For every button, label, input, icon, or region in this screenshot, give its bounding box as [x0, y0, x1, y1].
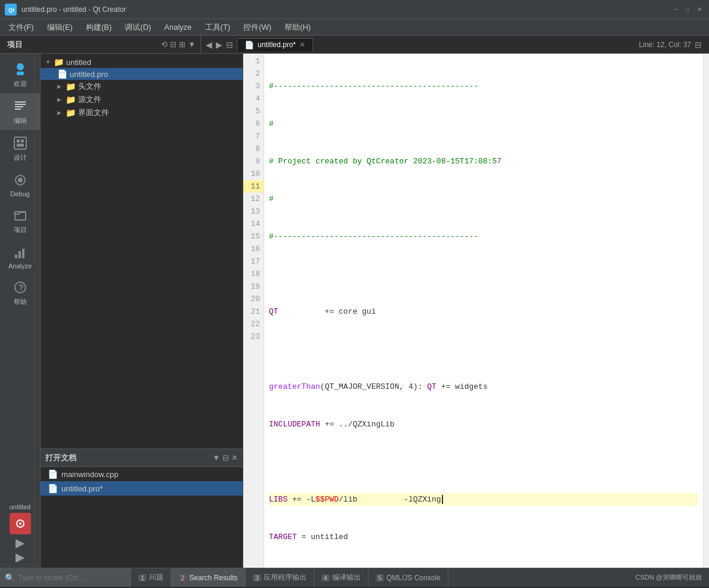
- help-label: 帮助: [14, 298, 27, 307]
- tree-pro-icon: 📄: [57, 69, 67, 79]
- bottom-tab-qml[interactable]: 5 QML/JS Console: [369, 568, 448, 587]
- menu-file[interactable]: 文件(F): [2, 20, 40, 35]
- sidebar-item-analyze[interactable]: Analyze: [0, 239, 41, 274]
- close-button[interactable]: ✕: [695, 5, 704, 14]
- code-line-1: #---------------------------------------…: [269, 80, 698, 92]
- window-controls[interactable]: ─ □ ✕: [671, 5, 704, 14]
- nav-back-icon[interactable]: ◀: [206, 40, 212, 49]
- code-content[interactable]: #---------------------------------------…: [264, 54, 703, 568]
- doc-item-mainwindow[interactable]: 📄 mainwindow.cpp: [41, 467, 243, 481]
- ln-14: 14: [243, 218, 264, 230]
- ln-7: 7: [243, 130, 264, 143]
- debug-run-icon[interactable]: [10, 513, 31, 534]
- menu-analyze[interactable]: Analyze: [158, 20, 197, 34]
- doc-icon-pro: 📄: [48, 484, 58, 493]
- open-docs-split-icon[interactable]: ⊟: [222, 453, 229, 462]
- svg-rect-16: [18, 251, 21, 258]
- issues-tab-label: 问题: [149, 572, 163, 583]
- project-filter-icon[interactable]: ▼: [188, 40, 196, 49]
- menu-bar: 文件(F) 编辑(E) 构建(B) 调试(D) Analyze 工具(T) 控件…: [0, 19, 709, 36]
- doc-label-pro: untitled.pro*: [61, 484, 103, 493]
- project-icon: [12, 207, 29, 224]
- menu-widgets[interactable]: 控件(W): [237, 20, 277, 35]
- tree-item-forms[interactable]: ▶ 📁 界面文件: [41, 106, 243, 119]
- tree-sources-icon: 📁: [66, 95, 76, 104]
- tree-item-pro[interactable]: 📄 untitled.pro: [41, 68, 243, 80]
- code-line-9: greaterThan(QT_MAJOR_VERSION, 4): QT += …: [269, 380, 698, 393]
- ln-12: 12: [243, 193, 264, 205]
- project-name-label: untitled: [10, 503, 30, 510]
- search-tab-num: 2: [178, 574, 187, 581]
- svg-point-2: [17, 63, 24, 70]
- sidebar-item-debug[interactable]: Debug: [0, 167, 41, 202]
- title-bar: Qt untitled.pro - untitled - Qt Creator …: [0, 0, 709, 19]
- open-docs-close-icon[interactable]: ✕: [231, 453, 238, 462]
- tree-arrow-sources: ▶: [57, 97, 63, 103]
- sidebar-item-design[interactable]: 设计: [0, 130, 41, 167]
- open-docs-menu-icon[interactable]: ▼: [212, 453, 220, 462]
- run-debug-button[interactable]: ▶: [16, 551, 24, 563]
- tree-root-untitled[interactable]: ▼ 📁 untitled: [41, 56, 243, 68]
- svg-rect-17: [22, 249, 24, 258]
- svg-rect-4: [15, 101, 26, 103]
- editor-tab-untitled-pro[interactable]: 📄 untitled.pro* ✕: [237, 38, 313, 51]
- run-button[interactable]: ▶: [16, 537, 24, 549]
- project-sync-icon[interactable]: ⟲: [161, 40, 168, 49]
- bottom-tab-search[interactable]: 2 Search Results: [171, 568, 246, 587]
- qml-tab-num: 5: [376, 574, 384, 581]
- minimize-button[interactable]: ─: [671, 5, 680, 14]
- ln-6: 6: [243, 117, 264, 130]
- nav-split-icon[interactable]: ⊟: [226, 40, 233, 49]
- sidebar-icons: 欢迎 编辑 设计: [0, 54, 41, 568]
- doc-icon-mainwindow: 📄: [48, 469, 58, 479]
- project-label: 项目: [14, 225, 27, 234]
- open-docs-panel: 打开文档 ▼ ⊟ ✕ 📄 mainwindow.cpp 📄 untitled.p…: [41, 448, 243, 568]
- svg-rect-8: [14, 137, 26, 149]
- bottom-tab-appoutput[interactable]: 3 应用程序输出: [246, 568, 314, 587]
- tree-forms-icon: 📁: [66, 108, 76, 117]
- ln-4: 4: [243, 92, 264, 105]
- tab-close-icon[interactable]: ✕: [299, 41, 305, 49]
- nav-forward-icon[interactable]: ▶: [216, 40, 222, 49]
- sidebar-item-edit[interactable]: 编辑: [0, 93, 41, 130]
- tree-sources-label: 源文件: [78, 94, 101, 105]
- menu-edit[interactable]: 编辑(E): [41, 20, 79, 35]
- sidebar-item-project[interactable]: 项目: [0, 202, 41, 239]
- tree-item-headers[interactable]: ▶ 📁 头文件: [41, 80, 243, 93]
- doc-item-pro[interactable]: 📄 untitled.pro*: [41, 481, 243, 496]
- vertical-scrollbar[interactable]: [703, 54, 709, 568]
- appoutput-tab-num: 3: [253, 574, 261, 581]
- menu-build[interactable]: 构建(B): [80, 20, 117, 35]
- edit-icon: [12, 98, 29, 114]
- open-docs-list: 📄 mainwindow.cpp 📄 untitled.pro*: [41, 467, 243, 568]
- project-collapse-icon[interactable]: ⊟: [170, 40, 177, 49]
- sidebar-item-welcome[interactable]: 欢迎: [0, 56, 41, 93]
- ln-18: 18: [243, 268, 264, 280]
- type-locate-input[interactable]: [18, 574, 126, 582]
- search-tab-label: Search Results: [189, 574, 237, 582]
- project-expand-icon[interactable]: ⊞: [179, 40, 185, 49]
- type-locate-area[interactable]: 🔍: [0, 568, 131, 587]
- compile-tab-num: 4: [321, 574, 330, 581]
- svg-rect-11: [17, 144, 24, 147]
- ln-3: 3: [243, 80, 264, 92]
- code-line-11: [269, 456, 698, 468]
- code-line-3: # Project created by QtCreator 2023-08-1…: [269, 155, 698, 168]
- sidebar-item-help[interactable]: ? 帮助: [0, 274, 41, 311]
- split-editor-icon[interactable]: ⊟: [695, 40, 702, 49]
- code-editor[interactable]: 1 2 3 4 5 6 7 8 9 10 11 12 13 14 15 16 1…: [243, 54, 709, 568]
- tree-headers-icon: 📁: [66, 82, 76, 91]
- tree-item-sources[interactable]: ▶ 📁 源文件: [41, 93, 243, 106]
- ln-10: 10: [243, 168, 264, 180]
- window-title: untitled.pro - untitled - Qt Creator: [21, 5, 671, 14]
- ln-5: 5: [243, 105, 264, 117]
- svg-rect-7: [15, 109, 21, 110]
- tree-headers-label: 头文件: [78, 81, 101, 92]
- maximize-button[interactable]: □: [683, 5, 692, 14]
- bottom-tab-issues[interactable]: 1 问题: [131, 568, 171, 587]
- menu-tools[interactable]: 工具(T): [199, 20, 237, 35]
- bottom-tab-compile[interactable]: 4 编译输出: [314, 568, 369, 587]
- menu-debug[interactable]: 调试(D): [119, 20, 157, 35]
- menu-help[interactable]: 帮助(H): [278, 20, 317, 35]
- ln-16: 16: [243, 243, 264, 255]
